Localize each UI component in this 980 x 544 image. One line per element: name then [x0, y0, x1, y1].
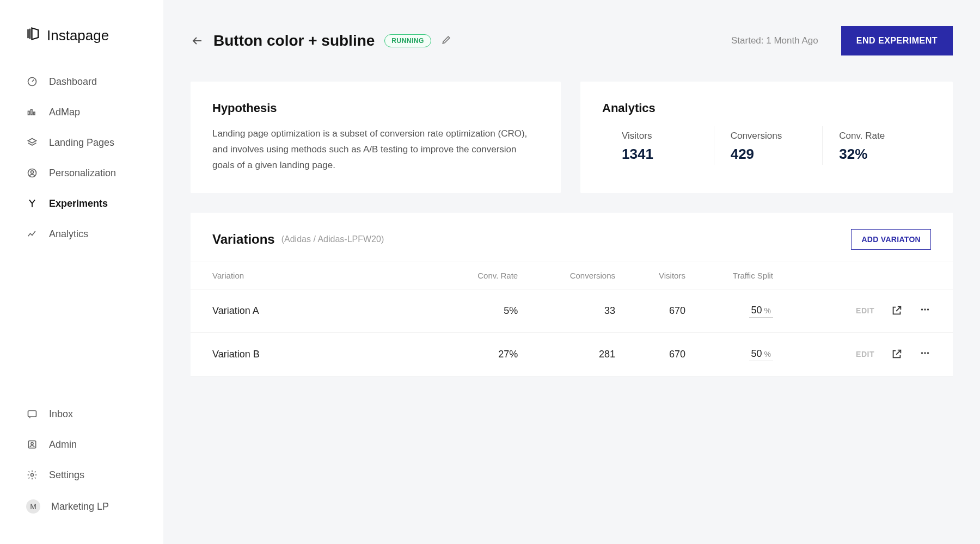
stat-label: Conv. Rate: [839, 131, 915, 141]
admin-icon: [26, 438, 38, 450]
analytics-heading: Analytics: [602, 101, 931, 115]
edit-title-button[interactable]: [441, 34, 452, 47]
row-conv-rate: 5%: [450, 289, 540, 332]
svg-rect-3: [34, 112, 35, 115]
open-external-icon[interactable]: [891, 305, 903, 317]
stat-value: 32%: [839, 146, 915, 163]
svg-rect-1: [28, 111, 30, 115]
hypothesis-heading: Hypothesis: [212, 101, 539, 115]
row-visitors: 670: [637, 289, 707, 332]
admap-icon: [26, 106, 38, 118]
gear-icon: [26, 469, 38, 481]
svg-point-5: [31, 171, 34, 174]
open-external-icon[interactable]: [891, 348, 903, 360]
split-value: 50: [751, 305, 762, 316]
edit-button[interactable]: EDIT: [856, 350, 874, 358]
svg-point-10: [921, 308, 923, 310]
brand-logo[interactable]: Instapage: [0, 26, 163, 67]
traffic-split-input[interactable]: 50 %: [749, 304, 773, 318]
sidebar-item-settings[interactable]: Settings: [13, 460, 150, 490]
gauge-icon: [26, 76, 38, 88]
sidebar-item-dashboard[interactable]: Dashboard: [13, 67, 150, 96]
svg-point-13: [921, 352, 923, 354]
sidebar-item-admap[interactable]: AdMap: [13, 97, 150, 127]
sidebar-item-label: Inbox: [49, 409, 73, 420]
stat-label: Conversions: [731, 131, 806, 141]
svg-rect-2: [31, 109, 33, 115]
stat-conv-rate: Conv. Rate 32%: [822, 126, 931, 165]
back-button[interactable]: [191, 34, 204, 47]
started-prefix: Started:: [731, 35, 766, 46]
started-text: Started: 1 Month Ago: [731, 35, 818, 46]
sidebar-item-label: Dashboard: [49, 76, 97, 88]
row-visitors: 670: [637, 332, 707, 376]
row-conversions: 281: [540, 332, 637, 376]
sidebar-item-personalization[interactable]: Personalization: [13, 158, 150, 188]
stat-visitors: Visitors 1341: [602, 126, 714, 165]
add-variation-button[interactable]: ADD VARIATON: [851, 229, 931, 250]
sidebar-item-label: Experiments: [49, 198, 108, 209]
sidebar-item-label: Personalization: [49, 168, 116, 179]
avatar: M: [26, 499, 40, 514]
col-name: Variation: [191, 262, 450, 289]
split-value: 50: [751, 348, 762, 360]
inbox-icon: [26, 408, 38, 420]
traffic-split-input[interactable]: 50 %: [749, 347, 773, 361]
page-title: Button color + subline: [213, 32, 375, 50]
sidebar-item-label: Analytics: [49, 228, 88, 240]
sidebar-item-admin[interactable]: Admin: [13, 430, 150, 459]
col-conversions: Conversions: [540, 262, 637, 289]
hypothesis-body: Landing page optimization is a subset of…: [212, 126, 539, 174]
status-badge: RUNNING: [384, 34, 431, 47]
variations-heading: Variations: [212, 232, 275, 247]
variations-card: Variations (Adidas / Adidas-LPFW20) ADD …: [191, 213, 953, 376]
logo-icon: [26, 26, 41, 45]
edit-button[interactable]: EDIT: [856, 306, 874, 315]
sidebar-item-inbox[interactable]: Inbox: [13, 399, 150, 429]
sidebar-secondary-nav: Inbox Admin Settings M Marketing LP: [0, 399, 163, 522]
trend-icon: [26, 228, 38, 240]
svg-point-15: [927, 352, 929, 354]
svg-point-8: [31, 442, 33, 444]
analytics-card: Analytics Visitors 1341 Conversions 429 …: [580, 82, 953, 193]
sidebar-item-label: Settings: [49, 469, 84, 481]
variations-table: Variation Conv. Rate Conversions Visitor…: [191, 262, 953, 376]
sidebar-item-experiments[interactable]: Experiments: [13, 189, 150, 218]
row-conv-rate: 27%: [450, 332, 540, 376]
stat-value: 1341: [622, 146, 697, 163]
more-menu-icon[interactable]: [919, 304, 931, 318]
row-name: Variation A: [191, 289, 450, 332]
svg-point-12: [927, 308, 929, 310]
sidebar-item-label: Marketing LP: [51, 501, 109, 512]
experiments-icon: [26, 197, 38, 209]
sidebar-item-workspace[interactable]: M Marketing LP: [13, 491, 150, 522]
svg-point-14: [924, 352, 926, 354]
row-name: Variation B: [191, 332, 450, 376]
sidebar-item-label: Landing Pages: [49, 137, 114, 149]
table-row: Variation B 27% 281 670 50 % EDIT: [191, 332, 953, 376]
user-circle-icon: [26, 167, 38, 179]
more-menu-icon[interactable]: [919, 347, 931, 362]
sidebar-item-label: Admin: [49, 439, 77, 450]
svg-rect-6: [28, 411, 36, 417]
sidebar: Instapage Dashboard AdMap Landing Pages …: [0, 0, 163, 544]
hypothesis-card: Hypothesis Landing page optimization is …: [191, 82, 561, 193]
variations-context: (Adidas / Adidas-LPFW20): [281, 234, 384, 244]
sidebar-item-label: AdMap: [49, 107, 80, 118]
page-header: Button color + subline RUNNING Started: …: [191, 26, 953, 55]
end-experiment-button[interactable]: END EXPERIMENT: [841, 26, 953, 55]
col-traffic-split: Traffic Split: [707, 262, 789, 289]
started-value: 1 Month Ago: [766, 35, 818, 46]
row-conversions: 33: [540, 289, 637, 332]
table-row: Variation A 5% 33 670 50 % EDIT: [191, 289, 953, 332]
main-content: Button color + subline RUNNING Started: …: [163, 0, 980, 544]
sidebar-item-analytics[interactable]: Analytics: [13, 219, 150, 249]
svg-point-11: [924, 308, 926, 310]
stat-value: 429: [731, 146, 806, 163]
brand-name: Instapage: [47, 27, 109, 44]
stat-label: Visitors: [622, 131, 697, 141]
col-visitors: Visitors: [637, 262, 707, 289]
sidebar-item-landing-pages[interactable]: Landing Pages: [13, 128, 150, 157]
percent-symbol: %: [764, 306, 771, 315]
svg-point-9: [31, 474, 34, 477]
